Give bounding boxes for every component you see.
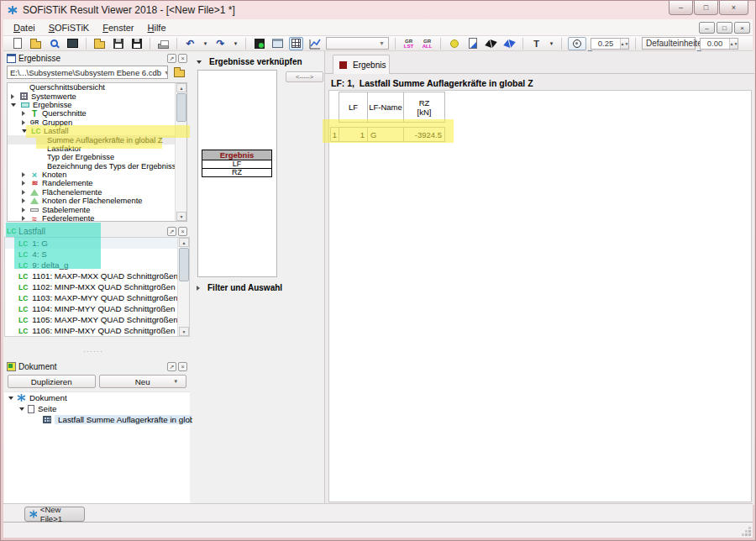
- document-tab[interactable]: <New File>1: [24, 507, 85, 522]
- tree-item[interactable]: ≈Federelemente: [8, 214, 186, 222]
- expander-icon[interactable]: [22, 111, 25, 116]
- panel-close-button[interactable]: ×: [178, 362, 187, 371]
- column-header-rz[interactable]: RZ [kN]: [403, 92, 445, 123]
- panel-close-button[interactable]: ×: [178, 54, 187, 63]
- panel-float-button[interactable]: ↗: [167, 362, 176, 371]
- preview-button[interactable]: [47, 37, 61, 50]
- tree-item[interactable]: Systemwerte: [8, 92, 186, 100]
- mdi-restore-button[interactable]: □: [717, 22, 732, 34]
- units-combobox[interactable]: Defaulteinheiten ▼: [642, 37, 696, 50]
- loadcase-item[interactable]: LC1: G: [5, 238, 189, 249]
- tree-item-lastfall[interactable]: LCLastfall: [8, 127, 186, 135]
- table-view-button[interactable]: [289, 37, 303, 50]
- loadcase-item[interactable]: LC1104: MINP-MYY QUAD Schnittgrößen in: [5, 303, 189, 314]
- lastfall-panel-header[interactable]: LC Lastfall ↗ ×: [4, 224, 190, 237]
- menu-datei[interactable]: Datei: [7, 20, 42, 35]
- resize-grip[interactable]: [748, 533, 751, 536]
- text-tool-dropdown[interactable]: ▾: [548, 40, 555, 47]
- tree-item[interactable]: Flächenelemente: [8, 188, 186, 197]
- tree-item[interactable]: ×Knoten: [8, 171, 186, 179]
- tree-item[interactable]: Querschnittsübersicht: [8, 83, 186, 92]
- expander-icon[interactable]: [22, 198, 25, 203]
- link-canvas[interactable]: Ergebnis LF RZ: [197, 70, 277, 277]
- minimize-button[interactable]: –: [669, 1, 693, 15]
- expander-icon[interactable]: [22, 190, 25, 195]
- scale-spinner[interactable]: 0.25 ▲▼: [591, 38, 629, 50]
- maximize-button[interactable]: □: [694, 1, 718, 15]
- mdi-close-button[interactable]: ×: [734, 22, 750, 34]
- title-bar[interactable]: SOFiSTiK Result Viewer 2018 - [<New File…: [1, 1, 755, 19]
- filter-section-header[interactable]: Filter und Auswahl: [197, 283, 282, 292]
- column-header-lf-name[interactable]: LF-Name: [367, 92, 404, 123]
- import-button[interactable]: [92, 37, 107, 50]
- undo-dropdown[interactable]: ▾: [202, 40, 209, 47]
- ergebnisse-panel-header[interactable]: Ergebnisse ↗ ×: [4, 51, 190, 64]
- mdi-minimize-button[interactable]: –: [699, 22, 715, 34]
- undo-button[interactable]: ↶: [183, 37, 197, 50]
- scroll-down-icon[interactable]: ▼: [179, 327, 189, 336]
- menu-fenster[interactable]: Fenster: [96, 20, 140, 35]
- scroll-up-icon[interactable]: ▲: [179, 238, 189, 247]
- loadcase-item[interactable]: LC9: delta_g: [5, 260, 189, 270]
- expander-icon[interactable]: [11, 94, 14, 99]
- print-button[interactable]: [156, 37, 171, 50]
- expander-icon[interactable]: [22, 216, 25, 221]
- menu-hilfe[interactable]: Hilfe: [141, 20, 173, 35]
- tree-item-result-table[interactable]: Lastfall Summe Auflagerkräfte in global …: [4, 414, 190, 425]
- expander-icon[interactable]: [22, 120, 25, 125]
- butterfly-blue-button[interactable]: [502, 37, 517, 50]
- link-button[interactable]: <----->: [286, 71, 323, 82]
- expander-icon[interactable]: [11, 103, 16, 107]
- loadcase-item[interactable]: LC1106: MINP-MXY QUAD Schnittgrößen in: [5, 325, 189, 336]
- text-tool-button[interactable]: T: [529, 37, 543, 50]
- scroll-thumb[interactable]: [179, 248, 189, 281]
- result-node-row[interactable]: RZ: [202, 169, 272, 177]
- tree-item[interactable]: Knoten der Flächenelemente: [8, 197, 186, 205]
- tree-item-summe-auflagerkraefte[interactable]: Summe Auflagerkräfte in global Z: [8, 135, 186, 144]
- window-view-button[interactable]: [270, 37, 285, 50]
- database-button[interactable]: [252, 37, 266, 50]
- open-file-button[interactable]: [29, 37, 43, 50]
- cdb-button[interactable]: [66, 37, 80, 50]
- column-header-lf[interactable]: LF: [339, 92, 368, 123]
- loadcase-item[interactable]: LC4: S: [5, 249, 189, 260]
- tree-item[interactable]: GRGruppen: [8, 118, 186, 127]
- tree-item-dokument[interactable]: Dokument: [4, 392, 190, 403]
- link-panel-header[interactable]: Ergebnisse verknüpfen: [192, 51, 325, 66]
- redo-dropdown[interactable]: ▾: [232, 40, 239, 47]
- zoom-tool-button[interactable]: [568, 37, 586, 50]
- scroll-thumb[interactable]: [176, 93, 186, 122]
- butterfly-dark-button[interactable]: [484, 37, 498, 50]
- expander-icon[interactable]: [22, 172, 25, 177]
- tab-ergebnis[interactable]: Ergebnis: [333, 55, 390, 74]
- expander-icon[interactable]: [19, 407, 24, 411]
- panel-float-button[interactable]: ↗: [167, 227, 176, 236]
- expander-icon[interactable]: [8, 397, 13, 400]
- loadcase-item[interactable]: LC1105: MAXP-MXY QUAD Schnittgrößen in: [5, 314, 189, 325]
- panel-splitter[interactable]: ······: [83, 347, 103, 355]
- expander-icon[interactable]: [197, 286, 200, 291]
- expander-icon[interactable]: [22, 207, 25, 213]
- group-list-button[interactable]: GRLST: [402, 37, 416, 50]
- tree-item[interactable]: Lastfaktor: [8, 144, 186, 153]
- flower-tool-button[interactable]: [447, 37, 461, 50]
- group-all-button[interactable]: GRALL: [420, 37, 434, 50]
- loadcase-item[interactable]: LC1102: MINP-MXX QUAD Schnittgrößen in: [5, 281, 189, 292]
- tree-scrollbar[interactable]: ▲ ▼: [175, 83, 186, 221]
- tree-item-seite[interactable]: Seite: [4, 403, 190, 414]
- expander-icon[interactable]: [22, 181, 25, 186]
- close-button[interactable]: ×: [719, 1, 748, 15]
- new-file-button[interactable]: [10, 37, 24, 50]
- scroll-up-icon[interactable]: ▲: [176, 83, 186, 92]
- duplizieren-button[interactable]: Duplizieren: [8, 375, 96, 388]
- loadcase-item[interactable]: LC1107: MAXP-VX QUAD Schnittgrößen i: [5, 336, 189, 337]
- offset-spinner[interactable]: 0.00 ▲▼: [700, 38, 738, 50]
- tree-item[interactable]: Stabelemente: [8, 205, 186, 213]
- loadcase-item[interactable]: LC1103: MAXP-MYY QUAD Schnittgrößen in: [5, 292, 189, 303]
- scroll-down-icon[interactable]: ▼: [176, 212, 186, 221]
- spinner-arrows-icon[interactable]: ▲▼: [620, 39, 628, 49]
- browse-cdb-button[interactable]: [171, 66, 187, 79]
- cdb-path-combobox[interactable]: E:\...\Subsysteme\Subsystem Ebene 6.cdb …: [7, 66, 168, 79]
- expander-icon[interactable]: [22, 129, 27, 133]
- expander-icon[interactable]: [197, 60, 202, 64]
